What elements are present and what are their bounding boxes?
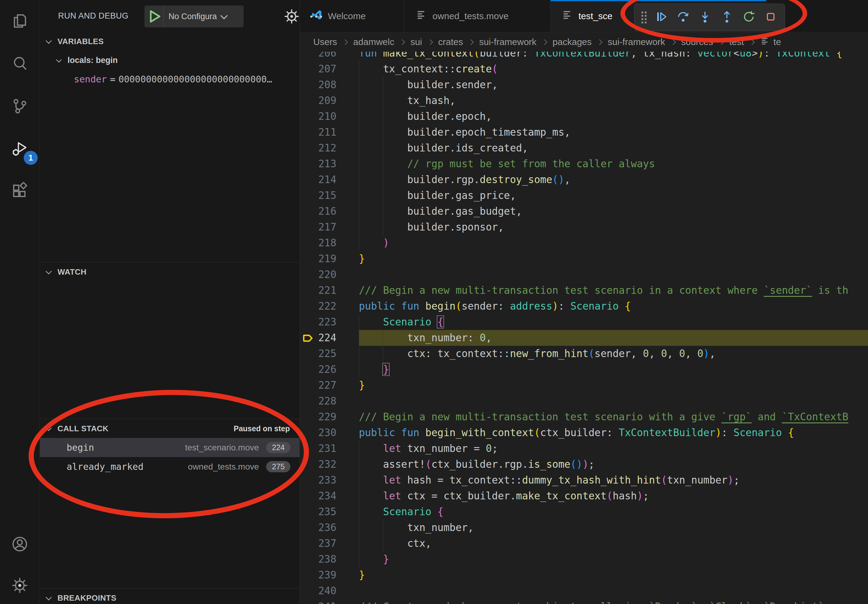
watch-section-header[interactable]: WATCH [40, 262, 299, 281]
step-into-button[interactable] [695, 8, 715, 27]
code-line-214[interactable]: 214 builder.rgp.destroy_some(), [300, 172, 868, 187]
code-line-212[interactable]: 212 builder.ids_created, [300, 140, 868, 156]
gutter[interactable]: 218 [300, 235, 359, 251]
code-line-231[interactable]: 231 let txn_number = 0; [300, 441, 868, 457]
gutter[interactable]: 220 [300, 267, 359, 283]
gutter[interactable]: 227 [300, 378, 359, 393]
breadcrumb-item[interactable]: Users [313, 37, 337, 47]
step-over-button[interactable] [673, 8, 693, 27]
code-line-227[interactable]: 227} [300, 378, 868, 393]
gutter[interactable]: 228 [300, 393, 359, 409]
variables-section-header[interactable]: VARIABLES [40, 32, 299, 51]
gutter[interactable]: 236 [300, 520, 359, 536]
code-line-234[interactable]: 234 let ctx = ctx_builder.make_tx_contex… [300, 488, 868, 504]
step-out-button[interactable] [717, 8, 736, 27]
code-line-235[interactable]: 235 Scenario { [300, 504, 868, 520]
restart-button[interactable] [739, 8, 758, 27]
gutter[interactable]: 229 [300, 409, 359, 425]
call-stack-frame-already_marked[interactable]: already_markedowned_tests.move275 [40, 457, 299, 476]
code-line-215[interactable]: 215 builder.gas_price, [300, 187, 868, 203]
activity-bar-item-run-and-debug[interactable]: 1 [0, 132, 40, 167]
open-launch-json-button[interactable] [283, 8, 300, 25]
code-line-238[interactable]: 238 } [300, 551, 868, 567]
gutter[interactable]: 241 [300, 599, 359, 604]
code-line-232[interactable]: 232 assert!(ctx_builder.rgp.is_some()); [300, 457, 868, 472]
code-line-220[interactable]: 220 [300, 267, 868, 283]
gutter[interactable]: 217 [300, 219, 359, 235]
call-stack-frame-begin[interactable]: begintest_scenario.move224 [40, 438, 299, 457]
gutter[interactable]: 213 [300, 156, 359, 172]
code-area[interactable]: 206fun make_tx_context(builder: TxContex… [300, 45, 868, 604]
gutter[interactable]: 240 [300, 583, 359, 599]
gutter[interactable]: 237 [300, 536, 359, 551]
code-line-210[interactable]: 210 builder.epoch, [300, 108, 868, 124]
gutter[interactable]: 224 [300, 330, 359, 346]
start-debugging-button[interactable] [144, 5, 164, 27]
gutter[interactable]: 235 [300, 504, 359, 520]
gutter[interactable]: 216 [300, 203, 359, 219]
gutter[interactable]: 234 [300, 488, 359, 504]
gutter[interactable]: 210 [300, 108, 359, 124]
breadcrumb-item[interactable]: sources [681, 37, 713, 47]
gutter[interactable]: 207 [300, 61, 359, 77]
gutter[interactable]: 232 [300, 457, 359, 472]
code-line-225[interactable]: 225 ctx: tx_context::new_from_hint(sende… [300, 346, 868, 362]
views-more-actions-button[interactable] [307, 8, 325, 25]
code-line-236[interactable]: 236 txn_number, [300, 520, 868, 536]
code-line-223[interactable]: 223 Scenario { [300, 314, 868, 330]
code-line-233[interactable]: 233 let hash = tx_context::dummy_tx_hash… [300, 472, 868, 488]
code-line-208[interactable]: 208 builder.sender, [300, 77, 868, 93]
tab-owned_tests.move[interactable]: owned_tests.move [405, 0, 550, 32]
code-line-219[interactable]: 219} [300, 251, 868, 267]
gutter[interactable]: 238 [300, 551, 359, 567]
continue-button[interactable] [651, 8, 671, 27]
code-line-239[interactable]: 239} [300, 567, 868, 583]
breadcrumb-item[interactable]: adamwelc [353, 37, 394, 47]
activity-bar-item-source-control[interactable] [0, 89, 40, 125]
code-line-226[interactable]: 226 } [300, 362, 868, 378]
code-line-240[interactable]: 240 [300, 583, 868, 599]
code-line-221[interactable]: 221/// Begin a new multi-transaction tes… [300, 283, 868, 298]
breakpoints-section-header[interactable]: BREAKPOINTS [40, 589, 299, 604]
code-line-229[interactable]: 229/// Begin a new multi-transaction tes… [300, 409, 868, 425]
code-line-228[interactable]: 228 [300, 393, 868, 409]
gutter[interactable]: 215 [300, 187, 359, 203]
toolbar-drag-handle-icon[interactable] [639, 9, 649, 26]
gutter[interactable]: 222 [300, 298, 359, 314]
breadcrumb-item[interactable]: test [729, 37, 744, 47]
gutter[interactable]: 230 [300, 425, 359, 441]
gutter[interactable]: 214 [300, 172, 359, 187]
code-line-218[interactable]: 218 ) [300, 235, 868, 251]
code-line-207[interactable]: 207 tx_context::create( [300, 61, 868, 77]
code-line-211[interactable]: 211 builder.epoch_timestamp_ms, [300, 124, 868, 140]
stop-button[interactable] [761, 8, 780, 27]
code-line-222[interactable]: 222public fun begin(sender: address): Sc… [300, 298, 868, 314]
code-line-224[interactable]: 224 txn_number: 0, [300, 330, 868, 346]
gutter[interactable]: 226 [300, 362, 359, 378]
gutter[interactable]: 223 [300, 314, 359, 330]
code-line-237[interactable]: 237 ctx, [300, 536, 868, 551]
code-line-209[interactable]: 209 tx_hash, [300, 93, 868, 108]
code-line-230[interactable]: 230public fun begin_with_context(ctx_bui… [300, 425, 868, 441]
breadcrumb-item[interactable]: sui-framework [608, 37, 665, 47]
code-line-217[interactable]: 217 builder.sponsor, [300, 219, 868, 235]
breadcrumb-item[interactable]: sui [410, 37, 422, 47]
breadcrumb-file[interactable]: te [760, 36, 781, 48]
gutter[interactable]: 233 [300, 472, 359, 488]
debug-configuration-dropdown[interactable]: No Configura [144, 5, 243, 27]
variable-row-sender[interactable]: sender=000000000000000000000000000… [40, 70, 299, 88]
gutter[interactable]: 225 [300, 346, 359, 362]
gutter[interactable]: 212 [300, 140, 359, 156]
gutter[interactable]: 221 [300, 283, 359, 298]
call-stack-section-header[interactable]: CALL STACK Paused on step [40, 419, 299, 438]
code-line-241[interactable]: 241/// Creates and shares system objects… [300, 599, 868, 604]
activity-bar-item-accounts[interactable] [0, 527, 40, 563]
gutter[interactable]: 211 [300, 124, 359, 140]
gutter[interactable]: 208 [300, 77, 359, 93]
gutter[interactable]: 209 [300, 93, 359, 108]
breadcrumb-item[interactable]: crates [438, 37, 463, 47]
code-line-213[interactable]: 213 // rgp must be set from the caller a… [300, 156, 868, 172]
code-line-216[interactable]: 216 builder.gas_budget, [300, 203, 868, 219]
variables-scope-row[interactable]: locals: begin [40, 51, 299, 69]
gutter[interactable]: 231 [300, 441, 359, 457]
